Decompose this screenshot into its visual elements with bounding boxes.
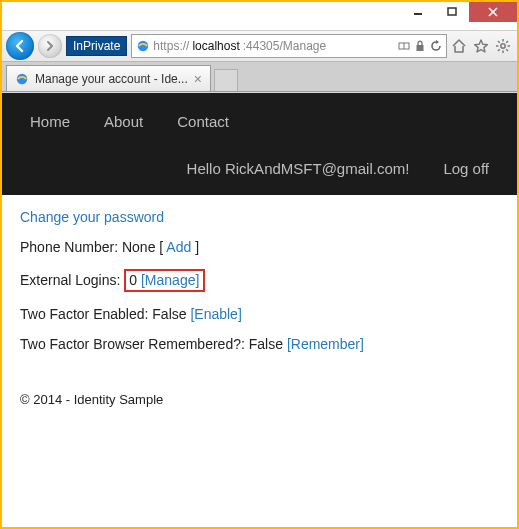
external-logins-count: 0 bbox=[129, 272, 137, 288]
tfe-value: False bbox=[152, 306, 186, 322]
lock-icon bbox=[415, 40, 425, 52]
maximize-button[interactable] bbox=[435, 2, 469, 22]
two-factor-enabled-row: Two Factor Enabled: False [Enable] bbox=[20, 306, 499, 322]
window-titlebar bbox=[2, 2, 517, 30]
ie-window: InPrivate https://localhost:44305/Manage… bbox=[0, 0, 519, 529]
forward-button[interactable] bbox=[38, 34, 62, 58]
external-logins-manage-link[interactable]: [Manage] bbox=[141, 272, 199, 288]
svg-line-16 bbox=[506, 41, 508, 43]
svg-rect-1 bbox=[448, 8, 456, 15]
svg-point-8 bbox=[501, 44, 505, 48]
logoff-link[interactable]: Log off bbox=[443, 160, 489, 177]
external-logins-row: External Logins: 0 [Manage] bbox=[20, 269, 499, 292]
ie-favicon-icon bbox=[136, 39, 150, 53]
tfe-label: Two Factor Enabled: bbox=[20, 306, 148, 322]
site-header: Home About Contact Hello RickAndMSFT@gma… bbox=[2, 93, 517, 195]
page-viewport: Home About Contact Hello RickAndMSFT@gma… bbox=[2, 92, 517, 527]
change-password-link[interactable]: Change your password bbox=[20, 209, 164, 225]
refresh-icon[interactable] bbox=[430, 40, 442, 52]
account-manage-section: Change your password Phone Number: None … bbox=[2, 195, 517, 352]
nav-about[interactable]: About bbox=[104, 113, 143, 130]
svg-line-14 bbox=[506, 49, 508, 51]
back-button[interactable] bbox=[6, 32, 34, 60]
tab-favicon-icon bbox=[15, 72, 29, 86]
url-rest: :44305/Manage bbox=[243, 39, 326, 53]
svg-rect-7 bbox=[417, 45, 424, 51]
tfe-enable-link[interactable]: [Enable] bbox=[190, 306, 241, 322]
svg-line-15 bbox=[498, 49, 500, 51]
tab-strip: Manage your account - Ide... × bbox=[2, 62, 517, 92]
tools-icon[interactable] bbox=[495, 38, 511, 54]
active-tab[interactable]: Manage your account - Ide... × bbox=[6, 65, 211, 91]
inprivate-badge: InPrivate bbox=[66, 36, 127, 56]
two-factor-browser-row: Two Factor Browser Remembered?: False [R… bbox=[20, 336, 499, 352]
compat-view-icon[interactable] bbox=[398, 40, 410, 52]
home-icon[interactable] bbox=[451, 38, 467, 54]
phone-label: Phone Number: bbox=[20, 239, 118, 255]
external-logins-label: External Logins: bbox=[20, 272, 120, 288]
tfbr-value: False bbox=[249, 336, 283, 352]
address-bar-icons bbox=[398, 40, 442, 52]
new-tab-button[interactable] bbox=[214, 69, 238, 91]
tab-title: Manage your account - Ide... bbox=[35, 72, 188, 86]
tab-close-icon[interactable]: × bbox=[194, 72, 202, 86]
footer-text: © 2014 - Identity Sample bbox=[20, 392, 163, 407]
toolbar-right-icons bbox=[451, 38, 511, 54]
tfbr-remember-link[interactable]: [Remember] bbox=[287, 336, 364, 352]
greeting-text[interactable]: Hello RickAndMSFT@gmail.com! bbox=[187, 160, 410, 177]
nav-home[interactable]: Home bbox=[30, 113, 70, 130]
external-logins-highlight: 0 [Manage] bbox=[124, 269, 205, 292]
svg-line-13 bbox=[498, 41, 500, 43]
favorites-icon[interactable] bbox=[473, 38, 489, 54]
phone-value: None bbox=[122, 239, 155, 255]
url-host: localhost bbox=[192, 39, 239, 53]
nav-contact[interactable]: Contact bbox=[177, 113, 229, 130]
close-button[interactable] bbox=[469, 2, 517, 22]
browser-toolbar: InPrivate https://localhost:44305/Manage bbox=[2, 30, 517, 62]
address-bar[interactable]: https://localhost:44305/Manage bbox=[131, 34, 447, 58]
phone-add-link[interactable]: Add bbox=[166, 239, 191, 255]
page-footer: © 2014 - Identity Sample bbox=[2, 352, 517, 407]
phone-row: Phone Number: None [ Add ] bbox=[20, 239, 499, 255]
url-scheme: https:// bbox=[153, 39, 189, 53]
tfbr-label: Two Factor Browser Remembered?: bbox=[20, 336, 245, 352]
minimize-button[interactable] bbox=[401, 2, 435, 22]
